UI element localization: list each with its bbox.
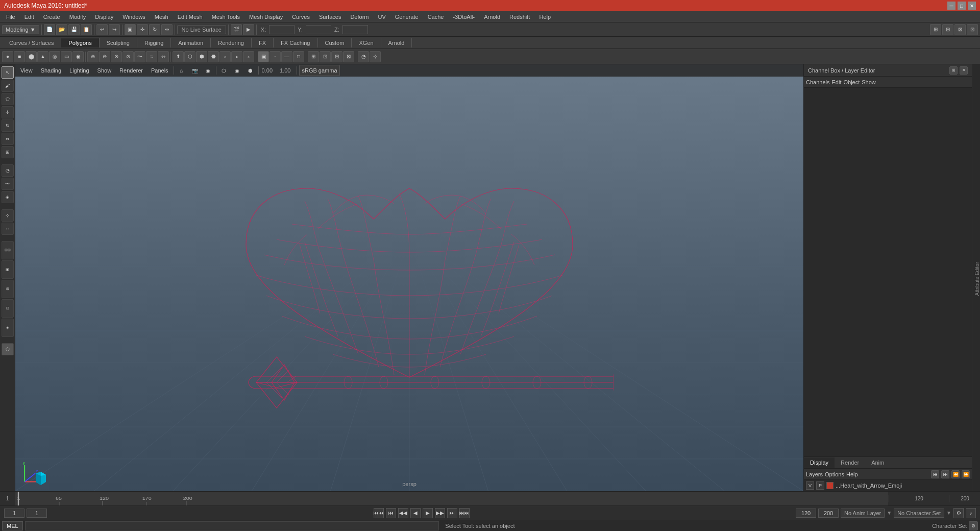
vp-settings-sm-btn3[interactable]: ⊠: [2, 280, 14, 298]
range-start-input[interactable]: [27, 509, 47, 518]
tab-render[interactable]: Render: [835, 457, 865, 468]
average-btn[interactable]: ≈: [146, 51, 157, 62]
bottom-left-btn[interactable]: ⬡: [2, 343, 14, 355]
soft-mod-button[interactable]: ◔: [2, 164, 14, 177]
poly-cone-btn[interactable]: ▲: [37, 51, 48, 62]
menu-modify[interactable]: Modify: [65, 13, 90, 21]
char-set-arrow[interactable]: ▼: [946, 510, 951, 516]
current-frame-input[interactable]: [4, 509, 24, 518]
right-toolbar-btn4[interactable]: ⊡: [967, 24, 978, 35]
menu-curves[interactable]: Curves: [288, 13, 314, 21]
vp-menu-panels[interactable]: Panels: [148, 66, 172, 75]
x-input[interactable]: [269, 25, 295, 34]
playback-settings-btn[interactable]: ⚙: [953, 508, 964, 518]
poly-plane-btn[interactable]: ▭: [61, 51, 72, 62]
menu-generate[interactable]: Generate: [391, 13, 423, 21]
close-button[interactable]: ✕: [968, 2, 976, 10]
save-scene-button[interactable]: 💾: [68, 24, 80, 35]
workspace-dropdown[interactable]: Modeling ▼: [2, 25, 39, 34]
poly-torus-btn[interactable]: ◎: [49, 51, 60, 62]
layer-btn1[interactable]: ⏮: [931, 470, 939, 478]
collapse-btn[interactable]: ⬦: [219, 51, 231, 62]
layer-btn4[interactable]: ⏩: [962, 470, 970, 478]
poly-sphere-btn[interactable]: ●: [2, 51, 13, 62]
attribute-editor-strip[interactable]: Attribute Editor Channel Box / Layer Edi…: [972, 64, 980, 491]
menu-edit-mesh[interactable]: Edit Mesh: [174, 13, 207, 21]
move-tool-button[interactable]: ✛: [137, 24, 148, 35]
vp-settings-sm-btn2[interactable]: ▣: [2, 260, 14, 279]
layer-color-swatch[interactable]: [826, 482, 834, 489]
append-btn[interactable]: ⬢: [196, 51, 207, 62]
menu-cache[interactable]: Cache: [424, 13, 448, 21]
menu-3dtool[interactable]: -3DtoAll-: [449, 13, 479, 21]
panel-close-btn[interactable]: ✕: [960, 66, 968, 75]
maximize-button[interactable]: □: [958, 2, 966, 10]
menu-edit[interactable]: Edit: [20, 13, 38, 21]
menu-create[interactable]: Create: [39, 13, 64, 21]
select-face-btn[interactable]: □: [293, 51, 304, 62]
layer-item[interactable]: V P ...Heart_with_Arrow_Emoji: [804, 480, 972, 491]
render-button[interactable]: 🎬: [231, 24, 242, 35]
universal-manip-button[interactable]: ⊞: [2, 146, 14, 158]
menu-file[interactable]: File: [2, 13, 19, 21]
tab-fx-caching[interactable]: FX Caching: [274, 38, 317, 47]
panel-expand-btn[interactable]: ⊞: [949, 66, 958, 75]
menu-mesh-tools[interactable]: Mesh Tools: [208, 13, 244, 21]
merge-btn[interactable]: ⬧: [231, 51, 242, 62]
layer-playback-btn[interactable]: P: [816, 481, 824, 490]
tab-sculpting[interactable]: Sculpting: [100, 38, 137, 47]
tab-custom[interactable]: Custom: [318, 38, 352, 47]
vp-menu-shading[interactable]: Shading: [38, 66, 64, 75]
layer-help-menu[interactable]: Help: [846, 471, 858, 477]
menu-surfaces[interactable]: Surfaces: [315, 13, 345, 21]
move-tool-left-button[interactable]: ✛: [2, 106, 14, 118]
range-end-input[interactable]: [796, 509, 816, 518]
status-settings-btn[interactable]: ⚙: [969, 521, 978, 530]
tab-curves-surfaces[interactable]: Curves / Surfaces: [2, 38, 61, 47]
ipr-button[interactable]: ▶: [243, 24, 254, 35]
snap-point-btn[interactable]: ⊡: [320, 51, 331, 62]
z-input[interactable]: [342, 25, 368, 34]
scale-tool-button[interactable]: ⇔: [161, 24, 173, 35]
vp-wireframe-btn[interactable]: ⬡: [218, 65, 230, 76]
menu-mesh-display[interactable]: Mesh Display: [245, 13, 287, 21]
options-menu[interactable]: Options: [825, 471, 844, 477]
select-edge-btn[interactable]: —: [281, 51, 292, 62]
layer-btn3[interactable]: ⏪: [951, 470, 960, 478]
tab-anim[interactable]: Anim: [865, 457, 890, 468]
vp-menu-renderer[interactable]: Renderer: [116, 66, 146, 75]
undo-button[interactable]: ↩: [96, 24, 108, 35]
rotate-tool-button[interactable]: ↻: [149, 24, 160, 35]
tab-rendering[interactable]: Rendering: [211, 38, 252, 47]
menu-uv[interactable]: UV: [374, 13, 389, 21]
scale-tool-left-button[interactable]: ⇔: [2, 133, 14, 145]
tab-fx[interactable]: FX: [252, 38, 274, 47]
next-key-button[interactable]: ⏭: [447, 508, 457, 518]
snap-surface-btn[interactable]: ⊟: [331, 51, 342, 62]
menu-windows[interactable]: Windows: [118, 13, 150, 21]
menu-deform[interactable]: Deform: [346, 13, 373, 21]
poly-disc-btn[interactable]: ◉: [72, 51, 84, 62]
mirror-btn[interactable]: ⇔: [158, 51, 169, 62]
tab-rigging[interactable]: Rigging: [137, 38, 171, 47]
vp-menu-lighting[interactable]: Lighting: [66, 66, 92, 75]
anim-layer-arrow[interactable]: ▼: [887, 510, 892, 516]
snap-edge-btn[interactable]: ⊠: [343, 51, 354, 62]
sculpt-button[interactable]: 〜: [2, 178, 14, 190]
timeline-ruler[interactable]: 1 65 120 170 200: [15, 492, 888, 505]
vp-home-btn[interactable]: ⌂: [176, 65, 187, 76]
separate-btn[interactable]: ⊖: [99, 51, 110, 62]
select-mode-button[interactable]: ▣: [125, 24, 136, 35]
go-to-start-button[interactable]: ⏮⏮: [374, 508, 384, 518]
vp-menu-show[interactable]: Show: [94, 66, 115, 75]
select-vertex-btn[interactable]: ·: [270, 51, 281, 62]
redo-button[interactable]: ↪: [109, 24, 120, 35]
cb-channels-menu[interactable]: Channels: [806, 79, 829, 85]
extract-btn[interactable]: ⊗: [111, 51, 122, 62]
menu-redshift[interactable]: Redshift: [505, 13, 534, 21]
vp-smooth-btn[interactable]: ◉: [232, 65, 243, 76]
poly-cylinder-btn[interactable]: ⬤: [26, 51, 37, 62]
tab-polygons[interactable]: Polygons: [61, 38, 99, 47]
save-as-button[interactable]: 📋: [81, 24, 92, 35]
fill-hole-btn[interactable]: ⬣: [208, 51, 219, 62]
